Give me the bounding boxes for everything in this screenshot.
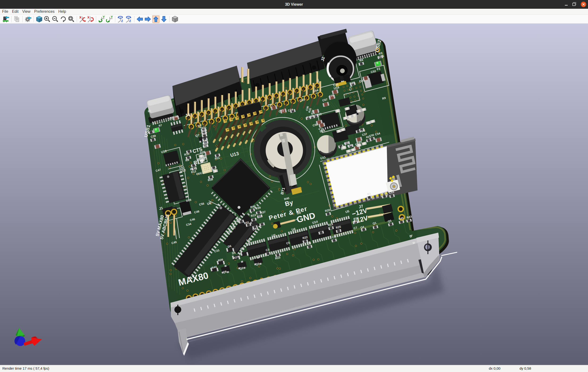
- svg-text:Y: Y: [103, 16, 105, 19]
- svg-text:Z: Z: [121, 19, 123, 23]
- svg-text:Z: Z: [129, 19, 131, 23]
- svg-text:Y: Y: [111, 16, 113, 19]
- svg-text:X: X: [79, 16, 82, 19]
- svg-text:X: X: [87, 16, 90, 19]
